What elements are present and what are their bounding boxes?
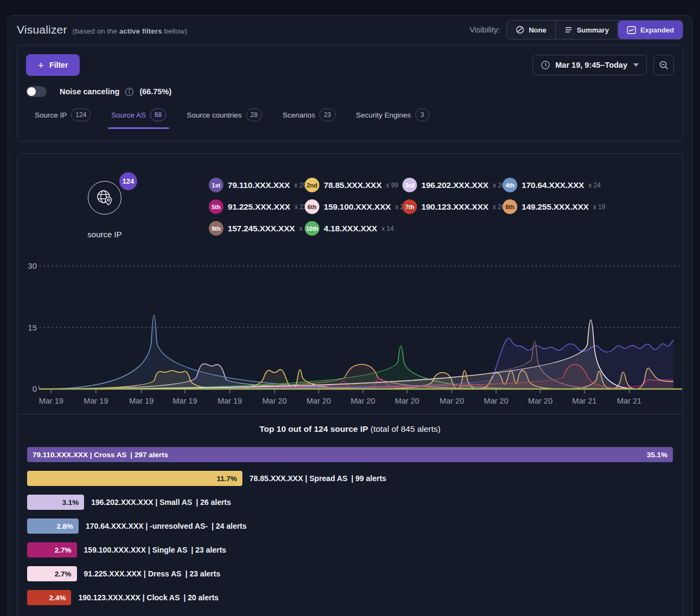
bar-percent: 11.7% xyxy=(216,475,237,483)
top10-bar[interactable]: 3.1% xyxy=(27,495,84,510)
legend-chip-1st[interactable]: 1st79.110.XXX.XXXx 297 xyxy=(209,178,305,192)
top10-row: 79.110.XXX.XXX | Cross AS | 297 alerts35… xyxy=(27,447,673,462)
legend-ip: 91.225.XXX.XXX xyxy=(228,202,290,212)
noise-canceling-label: Noise canceling xyxy=(60,87,119,96)
x-tick-label: Mar 19 xyxy=(217,397,242,405)
subtitle-suffix: bellow) xyxy=(162,27,188,35)
legend-count: x 19 xyxy=(593,203,606,211)
zoom-out-search-button[interactable] xyxy=(653,55,674,75)
rank-badge: 8th xyxy=(503,199,517,214)
top10-bar[interactable]: 2.7% xyxy=(27,566,77,581)
legend-count: x 14 xyxy=(381,225,394,232)
top10-bar[interactable]: 2.7% xyxy=(27,542,77,557)
visibility-expanded-button[interactable]: Expanded xyxy=(618,21,683,39)
entity-count-badge: 124 xyxy=(119,172,137,190)
top10-bar[interactable]: 79.110.XXX.XXX | Cross AS | 297 alerts35… xyxy=(27,447,673,462)
bar-percent: 3.1% xyxy=(62,498,79,507)
x-tick-label: Mar 21 xyxy=(572,397,596,405)
info-icon[interactable] xyxy=(125,87,134,96)
top10-title-rest: (total of 845 alerts) xyxy=(368,424,441,433)
rank-badge: 1st xyxy=(209,178,223,192)
top10-section: Top 10 out of 124 source IP (total of 84… xyxy=(17,414,683,605)
magnifier-minus-icon xyxy=(659,60,669,70)
legend-chip-5th[interactable]: 5th91.225.XXX.XXXx 23 xyxy=(209,199,305,214)
card-header: Visualizer (based on the active filters … xyxy=(17,16,683,44)
plus-icon: + xyxy=(38,60,44,70)
rank-badge: 5th xyxy=(209,199,223,214)
visibility-option-label: None xyxy=(529,26,547,34)
legend-ip: 78.85.XXX.XXX xyxy=(324,180,382,190)
noise-canceling-value: (66.75%) xyxy=(139,87,171,96)
legend-count: x 99 xyxy=(386,181,399,189)
visualization-panel: 124 source IP 1st79.110.XXX.XXXx 2972nd7… xyxy=(17,153,683,616)
tab-source-countries[interactable]: Source countries28 xyxy=(184,107,264,129)
y-tick-label: 30 xyxy=(28,261,37,270)
legend-ip: 4.18.XXX.XXX xyxy=(324,224,377,234)
legend-chip-2nd[interactable]: 2nd78.85.XXX.XXXx 99 xyxy=(305,178,402,192)
legend-chip-4th[interactable]: 4th170.64.XXX.XXXx 24 xyxy=(503,178,605,192)
x-tick-label: Mar 19 xyxy=(172,397,197,405)
visibility-none-button[interactable]: None xyxy=(507,21,556,39)
bar-label: 78.85.XXX.XXX | Spread AS | 99 alerts xyxy=(249,471,386,486)
add-filter-button[interactable]: + Filter xyxy=(26,54,80,76)
legend-chip-3rd[interactable]: 3rd196.202.XXX.XXXx 26 xyxy=(402,178,503,192)
x-tick-label: Mar 20 xyxy=(395,397,419,405)
noise-canceling-toggle[interactable] xyxy=(26,86,47,97)
subtitle-bold: active filters xyxy=(119,27,162,35)
rank-badge: 10th xyxy=(305,221,319,236)
top10-row: 2.8%170.64.XXX.XXX | -unresolved AS- | 2… xyxy=(27,518,673,534)
rank-badge: 7th xyxy=(402,199,417,214)
legend-ip: 79.110.XXX.XXX xyxy=(228,180,290,190)
tab-source-ip[interactable]: Source IP124 xyxy=(33,107,93,129)
x-tick-label: Mar 20 xyxy=(440,397,464,405)
entity-summary: 124 source IP xyxy=(88,181,121,215)
x-tick-label: Mar 20 xyxy=(484,397,508,405)
x-tick-label: Mar 19 xyxy=(129,397,153,405)
tab-security-engines[interactable]: Security Engines3 xyxy=(354,107,432,129)
bar-label: 159.100.XXX.XXX | Single AS | 23 alerts xyxy=(84,542,227,557)
x-tick-label: Mar 21 xyxy=(617,397,641,405)
legend-chip-8th[interactable]: 8th149.255.XXX.XXXx 19 xyxy=(503,199,605,214)
page-title: Visualizer xyxy=(17,23,67,36)
tab-count-badge: 124 xyxy=(71,108,91,121)
bar-percent: 2.8% xyxy=(56,522,73,530)
bar-percent: 2.4% xyxy=(49,594,66,602)
legend-ip: 196.202.XXX.XXX xyxy=(421,180,489,190)
visibility-control: Visibility: NoneSummaryExpanded xyxy=(470,20,683,40)
x-tick-label: Mar 20 xyxy=(306,397,331,405)
visibility-label: Visibility: xyxy=(470,25,500,34)
rank-badge: 4th xyxy=(503,178,517,192)
bar-label: 196.202.XXX.XXX | Small AS | 26 alerts xyxy=(91,495,231,510)
top10-row: 11.7%78.85.XXX.XXX | Spread AS | 99 aler… xyxy=(27,471,673,486)
alerts-timeline-chart: 30150Mar 19Mar 19Mar 19Mar 19Mar 19Mar 2… xyxy=(17,251,683,414)
legend-chip-6th[interactable]: 6th159.100.XXX.XXXx 23 xyxy=(305,199,402,214)
visibility-segmented-control: NoneSummaryExpanded xyxy=(506,20,683,40)
date-range-picker[interactable]: Mar 19, 9:45–Today xyxy=(532,55,647,75)
legend-count: x 24 xyxy=(588,181,601,189)
line-chart-icon xyxy=(627,26,636,34)
y-tick-label: 15 xyxy=(28,323,37,332)
top10-bar[interactable]: 2.8% xyxy=(27,518,79,534)
y-tick-label: 0 xyxy=(33,384,37,393)
tab-scenarios[interactable]: Scenarios23 xyxy=(280,107,337,129)
x-tick-label: Mar 20 xyxy=(351,397,375,405)
bar-percent: 2.7% xyxy=(55,546,72,554)
legend-chip-10th[interactable]: 10th4.18.XXX.XXXx 14 xyxy=(305,221,402,236)
tab-count-badge: 28 xyxy=(246,108,262,121)
tab-label: Source countries xyxy=(187,111,241,119)
legend-chip-7th[interactable]: 7th190.123.XXX.XXXx 20 xyxy=(402,199,503,214)
legend-ip: 149.255.XXX.XXX xyxy=(522,202,589,212)
top-ip-legend: 1st79.110.XXX.XXXx 2972nd78.85.XXX.XXXx … xyxy=(209,178,605,236)
legend-ip: 190.123.XXX.XXX xyxy=(421,202,489,212)
entity-label: source IP xyxy=(87,230,121,239)
bar-label: 170.64.XXX.XXX | -unresolved AS- | 24 al… xyxy=(86,518,247,534)
chevron-down-icon xyxy=(633,63,639,67)
top10-bar[interactable]: 2.4% xyxy=(27,590,71,605)
legend-ip: 159.100.XXX.XXX xyxy=(324,202,391,212)
slash-circle-icon xyxy=(516,25,524,34)
legend-chip-9th[interactable]: 9th157.245.XXX.XXXx 16 xyxy=(209,221,305,236)
top10-bar[interactable]: 11.7% xyxy=(27,471,242,486)
toggle-knob xyxy=(27,87,36,96)
visibility-summary-button[interactable]: Summary xyxy=(556,21,618,39)
tab-source-as[interactable]: Source AS68 xyxy=(109,107,168,129)
